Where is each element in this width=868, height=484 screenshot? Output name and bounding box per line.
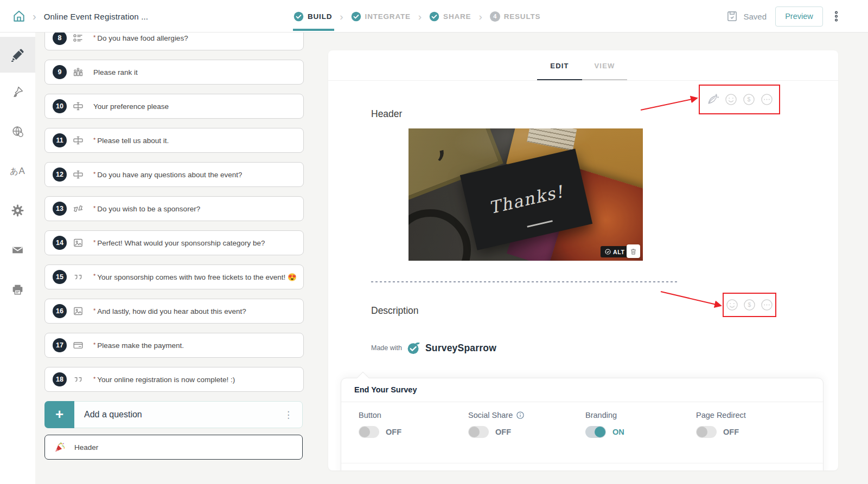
add-question-menu-icon[interactable]: ⋮ — [284, 409, 293, 421]
slider-icon — [73, 135, 84, 146]
question-item[interactable]: 10Your preference please — [44, 94, 304, 119]
currency-icon[interactable]: $ — [743, 93, 755, 106]
question-number-badge: 13 — [53, 202, 67, 216]
question-list: 8*Do you have food allergies?9Please ran… — [44, 25, 304, 401]
question-number-badge: 16 — [53, 304, 67, 318]
required-asterisk: * — [93, 273, 95, 279]
question-text: *Please make the payment. — [93, 341, 184, 350]
sidebar-item-build[interactable] — [0, 37, 35, 73]
toggle-switch[interactable] — [696, 426, 717, 438]
required-asterisk: * — [93, 376, 95, 382]
step-label: RESULTS — [504, 12, 541, 21]
topbar-actions: Saved Preview — [726, 0, 840, 33]
question-number-badge: 14 — [53, 236, 67, 250]
check-icon — [293, 11, 304, 22]
tab-view[interactable]: VIEW — [582, 50, 627, 81]
preview-button[interactable]: Preview — [775, 7, 823, 27]
sidebar-item-design[interactable] — [0, 72, 35, 112]
step-share[interactable]: SHARE — [429, 11, 471, 22]
info-icon[interactable] — [516, 411, 525, 420]
more-icon[interactable] — [761, 93, 773, 106]
alt-badge[interactable]: ALT — [601, 246, 629, 257]
editor-panel: EDITVIEW $ Header , Thanks! ALT — [328, 50, 838, 470]
emoji-icon[interactable] — [725, 93, 737, 106]
more-options-icon[interactable] — [833, 9, 840, 23]
toggle-group-button: ButtonOFF — [359, 411, 401, 438]
question-number-badge: 17 — [53, 338, 67, 352]
translate-icon: あA — [10, 166, 25, 177]
question-number-badge: 11 — [53, 133, 67, 147]
toggle-switch[interactable] — [468, 426, 489, 438]
picture-icon — [73, 237, 84, 248]
question-text: *Your sponsorship comes with two free ti… — [93, 273, 297, 281]
question-text: *Do you have any questions about the eve… — [93, 171, 242, 179]
check-icon — [429, 11, 439, 22]
toggle-state: ON — [612, 428, 624, 436]
step-integrate[interactable]: INTEGRATE — [351, 11, 411, 22]
trash-icon-button[interactable] — [627, 244, 640, 258]
sidebar-item-settings[interactable] — [0, 191, 35, 230]
question-item[interactable]: 15*Your sponsorship comes with two free … — [44, 264, 304, 289]
step-results[interactable]: 4RESULTS — [490, 11, 541, 22]
question-number-badge: 15 — [53, 270, 67, 284]
tab-edit[interactable]: EDIT — [537, 50, 582, 81]
step-separator-icon: › — [340, 11, 343, 22]
currency-icon[interactable]: $ — [743, 299, 756, 311]
question-text: Please rank it — [93, 68, 138, 76]
question-item[interactable]: 18*Your online registration is now compl… — [44, 367, 304, 392]
question-item[interactable]: 16*And lastly, how did you hear about th… — [44, 299, 304, 324]
question-text: *Perfect! What would your sponsorship ca… — [93, 239, 265, 247]
toggle-switch[interactable] — [359, 426, 379, 438]
emoji-icon[interactable] — [726, 299, 738, 311]
quote-icon — [73, 374, 84, 385]
save-status-icon — [726, 10, 738, 23]
question-item[interactable]: 9Please rank it — [44, 60, 304, 85]
editor-tabs: EDITVIEW — [537, 50, 627, 81]
sidebar-item-translate[interactable]: あA — [0, 151, 35, 191]
step-build[interactable]: BUILD — [293, 11, 332, 22]
question-item[interactable]: 11*Please tell us about it. — [44, 128, 304, 153]
sidebar-item-email[interactable] — [0, 230, 35, 270]
thumbs-icon — [73, 203, 84, 214]
question-text: *Please tell us about it. — [93, 137, 169, 145]
brand-name: SurveySparrow — [425, 343, 496, 354]
breadcrumb-chevron-icon: › — [33, 10, 36, 23]
toggle-state: OFF — [386, 428, 401, 436]
question-item[interactable]: 17*Please make the payment. — [44, 333, 304, 358]
slider-icon — [73, 169, 84, 180]
sidebar-item-print[interactable] — [0, 270, 35, 309]
step-separator-icon: › — [418, 11, 422, 22]
more-icon[interactable] — [761, 299, 773, 311]
question-item[interactable]: 13*Do you wish to be a sponsorer? — [44, 196, 304, 221]
question-item[interactable]: 12*Do you have any questions about the e… — [44, 162, 304, 187]
sidebar-item-global-settings[interactable] — [0, 112, 35, 151]
toggle-group-page-redirect: Page RedirectOFF — [696, 411, 746, 438]
question-item[interactable]: 14*Perfect! What would your sponsorship … — [44, 230, 304, 255]
question-text: *Do you wish to be a sponsorer? — [93, 205, 200, 213]
annotation-box-description-tools: $ — [723, 293, 776, 317]
header-image[interactable]: , Thanks! ALT — [409, 128, 643, 261]
saved-status: Saved — [743, 12, 767, 21]
required-asterisk: * — [93, 205, 95, 211]
required-asterisk: * — [93, 307, 95, 314]
slider-icon — [73, 101, 84, 112]
question-list-panel: 8*Do you have food allergies?9Please ran… — [35, 33, 317, 484]
toggle-group-social-share: Social ShareOFF — [468, 411, 525, 438]
step-label: SHARE — [443, 12, 471, 21]
header-block-label: Header — [74, 443, 98, 451]
gear-icon — [10, 203, 25, 218]
home-icon[interactable] — [12, 9, 26, 23]
add-question-button[interactable]: + Add a question ⋮ — [44, 401, 303, 428]
plus-icon[interactable]: + — [44, 401, 74, 428]
survey-title[interactable]: Online Event Registration ... — [44, 12, 149, 21]
header-block-item[interactable]: Header — [44, 435, 303, 460]
toggle-label: Page Redirect — [696, 411, 746, 420]
toggle-switch[interactable] — [585, 426, 606, 438]
ai-rewrite-icon[interactable] — [706, 93, 719, 106]
toggle-state: OFF — [495, 428, 511, 436]
brush-icon — [11, 85, 24, 99]
annotation-box-header-tools: $ — [699, 85, 780, 114]
breadcrumb: › Online Event Registration ... — [12, 0, 148, 33]
toggle-label: Branding — [585, 411, 624, 420]
left-toolbar: あA — [0, 33, 35, 484]
